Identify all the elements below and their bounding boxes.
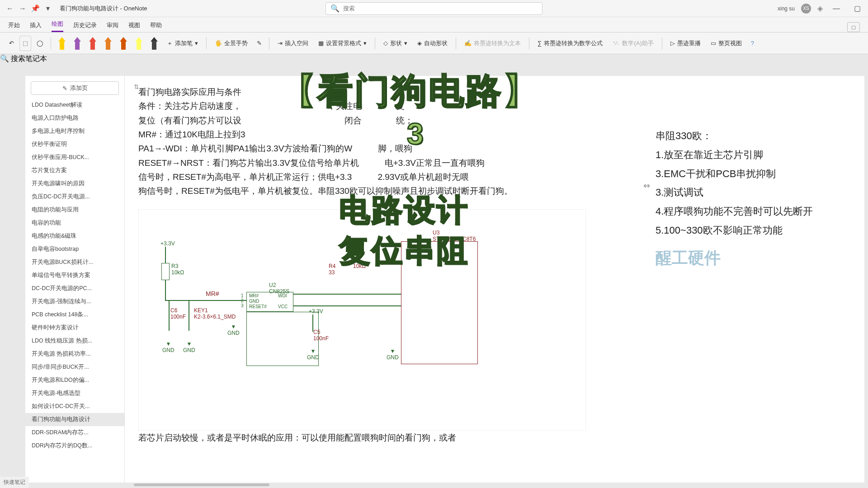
page-sidebar: ✎ 添加页 ⇅ LDO Datasheet解读电源入口防护电路多电源上电时序控制… bbox=[25, 76, 125, 483]
page-item[interactable]: LDO 线性稳压源 热损... bbox=[25, 334, 124, 347]
circuit-diagram: +3.3V R3 10kΩ MR# C6 100nF ▼GND KEY1 K2-… bbox=[138, 209, 586, 431]
pen-red[interactable] bbox=[86, 36, 99, 51]
math-helper-button: ⁺⁄₋ 数学(A)助手 bbox=[609, 36, 657, 51]
u3-chip bbox=[401, 241, 478, 364]
full-view-button[interactable]: ▭ 整页视图 bbox=[707, 36, 745, 51]
page-item[interactable]: 看门狗功能与电路设计 bbox=[25, 413, 124, 426]
page-item[interactable]: 开关电源BUCK损耗计... bbox=[25, 256, 124, 269]
quick-note-button[interactable]: 快速笔记 bbox=[0, 477, 29, 488]
tab-view[interactable]: 视图 bbox=[128, 21, 140, 32]
page-item[interactable]: 芯片复位方案 bbox=[25, 164, 124, 177]
pin-button[interactable]: 📌 bbox=[29, 2, 42, 15]
ribbon-tabs: 开始 插入 绘图 历史记录 审阅 视图 帮助 ▢ bbox=[0, 17, 868, 33]
ink-replay-button[interactable]: ▷ 墨迹重播 bbox=[667, 36, 704, 51]
watermark: 醒工硬件 bbox=[656, 243, 836, 273]
page-item[interactable]: 电阻的功能与应用 bbox=[25, 203, 124, 216]
page-item[interactable]: 电感的功能&磁珠 bbox=[25, 230, 124, 243]
page-item[interactable]: 伏秒平衡证明 bbox=[25, 138, 124, 151]
pen-orange[interactable] bbox=[102, 36, 114, 51]
page-item[interactable]: DDR内存芯片的DQ数... bbox=[25, 439, 124, 452]
tab-review[interactable]: 审阅 bbox=[107, 21, 118, 32]
note-text-block[interactable]: 看门狗电路实际应用与条件 条件：关注芯片启动速度，xxxxxxxxxxxxxxx… bbox=[138, 85, 581, 198]
search-input[interactable] bbox=[343, 5, 538, 12]
page-item[interactable]: 多电源上电时序控制 bbox=[25, 125, 124, 138]
page-item[interactable]: 开关电源 热损耗功率... bbox=[25, 347, 124, 361]
page-item[interactable]: DDR-SDRAM内存芯... bbox=[25, 426, 124, 439]
highlighter-yellow[interactable] bbox=[132, 36, 145, 51]
bg-format-button[interactable]: ▦ 设置背景格式 ▾ bbox=[315, 36, 370, 51]
side-notes[interactable]: 串阻330欧： 1.放至在靠近主芯片引脚 3.EMC干扰和PCB串扰抑制 3.测… bbox=[656, 127, 836, 273]
tab-help[interactable]: 帮助 bbox=[150, 21, 162, 32]
add-page-button[interactable]: ✎ 添加页 bbox=[31, 81, 119, 95]
title-bar: ← → 📌 ▾ 看门狗功能与电路设计 - OneNote 🔍 xing su X… bbox=[0, 0, 868, 17]
note-bottom-text[interactable]: 若芯片启动较慢，或者是平时休眠的应用：可以使用能配置喂狗时间的看门狗，或者 bbox=[138, 431, 581, 445]
ink-to-text-button: ✍ 将墨迹转换为文本 bbox=[461, 36, 524, 51]
auto-shape-button[interactable]: ◈ 自动形状 bbox=[414, 36, 451, 51]
page-item[interactable]: 硬件时钟方案设计 bbox=[25, 321, 124, 334]
help-button[interactable]: ? bbox=[748, 36, 757, 51]
pen-dorange[interactable] bbox=[117, 36, 130, 51]
r3-resistor bbox=[161, 263, 170, 280]
page-item[interactable]: 开关电源啸叫的原因 bbox=[25, 177, 124, 190]
tab-insert[interactable]: 插入 bbox=[30, 21, 42, 32]
pen-black[interactable] bbox=[148, 36, 160, 51]
horizontal-scrollbar[interactable] bbox=[134, 483, 859, 487]
lasso-tool[interactable]: ◯ bbox=[34, 36, 46, 51]
page-item[interactable]: DC-DC开关电源的PC... bbox=[25, 282, 124, 295]
panorama-button[interactable]: 🖐 全景手势 bbox=[211, 36, 251, 51]
page-item[interactable]: PCB checklist 148条... bbox=[25, 308, 124, 321]
tab-home[interactable]: 开始 bbox=[8, 21, 20, 32]
dropdown-button[interactable]: ▾ bbox=[42, 2, 54, 15]
page-item[interactable]: LDO Datasheet解读 bbox=[25, 99, 124, 112]
shapes-button[interactable]: ◇ 形状 ▾ bbox=[380, 36, 411, 51]
page-item[interactable]: 单端信号电平转换方案 bbox=[25, 269, 124, 282]
window-title: 看门狗功能与电路设计 - OneNote bbox=[60, 5, 147, 13]
page-item[interactable]: 负压DC-DC开关电源... bbox=[25, 190, 124, 203]
page-item[interactable]: 开关电源和LDO的偏... bbox=[25, 374, 124, 387]
add-pen-button[interactable]: ＋ 添加笔 ▾ bbox=[163, 36, 202, 51]
eraser-button[interactable]: ✎ bbox=[254, 36, 264, 51]
tab-history[interactable]: 历史记录 bbox=[73, 21, 97, 32]
undo-button[interactable]: ↶ bbox=[6, 36, 17, 51]
forward-button[interactable]: → bbox=[16, 2, 29, 15]
pen-purple[interactable] bbox=[71, 36, 84, 51]
page-item[interactable]: 伏秒平衡应用-BUCK... bbox=[25, 151, 124, 164]
draw-toolbar: ↶ ⬚ ◯ ＋ 添加笔 ▾ 🖐 全景手势 ✎ ⇥ 插入空间 ▦ 设置背景格式 ▾… bbox=[0, 33, 868, 54]
page-item[interactable]: 电容的功能 bbox=[25, 216, 124, 230]
insert-space-button[interactable]: ⇥ 插入空间 bbox=[274, 36, 312, 51]
premium-icon[interactable]: ◈ bbox=[817, 4, 823, 13]
ribbon-collapse-button[interactable]: ▢ bbox=[847, 22, 860, 32]
pages-list: LDO Datasheet解读电源入口防护电路多电源上电时序控制伏秒平衡证明伏秒… bbox=[25, 99, 124, 483]
back-button[interactable]: ← bbox=[4, 2, 16, 15]
select-tool[interactable]: ⬚ bbox=[19, 36, 31, 51]
search-icon: 🔍 bbox=[0, 55, 9, 62]
global-search[interactable]: 🔍 bbox=[326, 2, 542, 15]
resize-handle-icon[interactable]: ⇔ bbox=[643, 181, 650, 191]
maximize-button[interactable]: ▢ bbox=[850, 2, 864, 15]
user-avatar[interactable]: XS bbox=[801, 4, 811, 14]
tab-draw[interactable]: 绘图 bbox=[52, 20, 63, 32]
search-icon: 🔍 bbox=[330, 4, 340, 13]
search-notebook[interactable]: 🔍 搜索笔记本 bbox=[0, 54, 868, 64]
minimize-button[interactable]: — bbox=[829, 2, 844, 15]
page-item[interactable]: 电源入口防护电路 bbox=[25, 112, 124, 125]
page-item[interactable]: 如何设计DC-DC开关... bbox=[25, 400, 124, 413]
ink-to-math-button[interactable]: ∑ 将墨迹转换为数学公式 bbox=[534, 36, 606, 51]
pen-yellow[interactable] bbox=[56, 36, 68, 51]
page-item[interactable]: 同步/非同步BUCK开... bbox=[25, 361, 124, 374]
page-item[interactable]: 自举电容bootstrap bbox=[25, 243, 124, 256]
page-item[interactable]: 开关电源-强制连续与... bbox=[25, 295, 124, 308]
page-item[interactable]: 开关电源-电感选型 bbox=[25, 387, 124, 400]
user-name: xing su bbox=[778, 5, 795, 12]
